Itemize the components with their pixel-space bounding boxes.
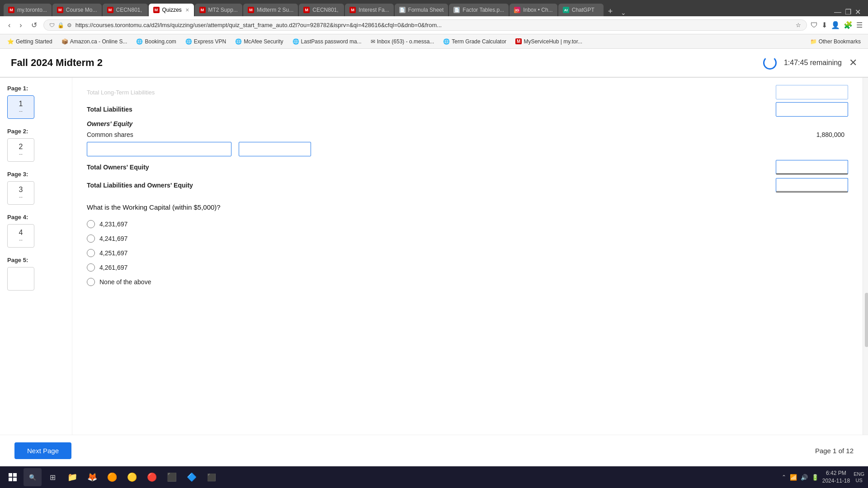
profile-icon[interactable]: 👤 bbox=[831, 21, 840, 29]
forward-button[interactable]: › bbox=[17, 19, 24, 31]
radio-option-4[interactable]: 4,261,697 bbox=[87, 263, 848, 272]
page-nav-label-2: Page 2: bbox=[7, 128, 65, 135]
address-bar-icons: 🛡 🔒 ⚙ bbox=[49, 22, 72, 28]
tab-formula[interactable]: 📄 Formula Sheet bbox=[395, 4, 448, 16]
tab-quizzes[interactable]: M Quizzes × bbox=[149, 4, 194, 16]
tab-my-toronto[interactable]: M my.toronto... bbox=[4, 4, 52, 16]
extensions-icon[interactable]: 🧩 bbox=[844, 21, 853, 29]
system-tray-expand-icon[interactable]: ⌃ bbox=[782, 474, 786, 480]
bs-value-common-shares: 1,880,000 bbox=[776, 131, 848, 138]
quiz-title: Fall 2024 Midterm 2 bbox=[11, 57, 103, 69]
bookmark-myservice[interactable]: M MyServiceHub | my.tor... bbox=[512, 38, 586, 46]
next-page-button[interactable]: Next Page bbox=[14, 442, 71, 459]
radio-option-3[interactable]: 4,251,697 bbox=[87, 249, 848, 257]
task-view-button[interactable]: ⊞ bbox=[43, 468, 61, 486]
vscode-icon: ⬛ bbox=[167, 472, 177, 482]
bookmark-amazon[interactable]: 📦 Amazon.ca - Online S... bbox=[58, 38, 131, 46]
bs-input-total-owners-equity[interactable] bbox=[776, 160, 848, 174]
firefox-button[interactable]: 🦊 bbox=[83, 468, 101, 486]
star-bookmark-icon: ⭐ bbox=[7, 38, 14, 45]
maximize-button[interactable]: ❐ bbox=[845, 8, 851, 16]
bs-input-left-label[interactable] bbox=[87, 142, 231, 156]
bookmark-lastpass[interactable]: 🌐 LastPass password ma... bbox=[289, 38, 365, 46]
inbox-icon: ✉ bbox=[371, 38, 375, 45]
tab-inbox[interactable]: IG Inbox • Ch... bbox=[509, 4, 557, 16]
bookmark-other[interactable]: 📁 Other Bookmarks bbox=[807, 38, 864, 46]
reload-button[interactable]: ↺ bbox=[28, 19, 40, 31]
new-tab-button[interactable]: + bbox=[604, 7, 617, 16]
page-nav-box-4[interactable]: 4 -- bbox=[7, 224, 34, 248]
radio-input-1[interactable] bbox=[87, 220, 95, 228]
radio-options: 4,231,697 4,241,697 4,251,697 4,261,697 bbox=[87, 220, 848, 286]
app-3-button[interactable]: 🔴 bbox=[143, 468, 161, 486]
radio-input-2[interactable] bbox=[87, 235, 95, 243]
bookmark-vpn[interactable]: 🌐 Express VPN bbox=[182, 38, 230, 46]
radio-option-1[interactable]: 4,231,697 bbox=[87, 220, 848, 228]
taskbar-time: 6:42 PM bbox=[822, 469, 850, 477]
shield-nav-icon[interactable]: 🛡 bbox=[811, 21, 818, 29]
taskbar-clock[interactable]: 6:42 PM 2024-11-18 bbox=[822, 469, 850, 485]
app-2-button[interactable]: 🟡 bbox=[123, 468, 141, 486]
tab-cecn801-2[interactable]: M CECN801, bbox=[299, 4, 344, 16]
radio-option-2[interactable]: 4,241,697 bbox=[87, 235, 848, 243]
tab-course-mo[interactable]: M Course Mo... bbox=[52, 4, 102, 16]
volume-icon: 🔊 bbox=[801, 474, 808, 481]
bookmark-booking[interactable]: 🌐 Booking.com bbox=[132, 38, 179, 46]
page-nav-box-5[interactable] bbox=[7, 267, 34, 291]
bs-row-owners-equity-heading: Owners' Equity bbox=[87, 120, 848, 127]
page-nav-number-2: 2 bbox=[19, 143, 23, 151]
tab-interest[interactable]: M Interest Fa... bbox=[345, 4, 393, 16]
tab-midterm2[interactable]: M Midterm 2 Su... bbox=[243, 4, 298, 16]
vscode-button[interactable]: ⬛ bbox=[163, 468, 181, 486]
page-nav-box-2[interactable]: 2 -- bbox=[7, 138, 34, 162]
bs-row-retained-earnings bbox=[87, 142, 848, 156]
calc-icon: 🌐 bbox=[443, 38, 450, 45]
more-tabs-button[interactable]: ⌄ bbox=[617, 9, 630, 16]
star-icon[interactable]: ☆ bbox=[796, 22, 801, 28]
app-1-button[interactable]: 🟠 bbox=[103, 468, 121, 486]
radio-input-4[interactable] bbox=[87, 263, 95, 272]
timer-spinner-icon bbox=[763, 56, 777, 70]
tab-close-icon[interactable]: × bbox=[185, 6, 189, 14]
bs-input-total-liabilities[interactable] bbox=[776, 102, 848, 117]
start-button[interactable] bbox=[4, 468, 22, 486]
page-nav-sub-4: -- bbox=[19, 237, 23, 243]
page-nav-box-3[interactable]: 3 -- bbox=[7, 181, 34, 205]
bs-label-owners-equity: Owners' Equity bbox=[87, 120, 848, 127]
tab-factor[interactable]: 📄 Factor Tables.p... bbox=[449, 4, 509, 16]
back-button[interactable]: ‹ bbox=[5, 19, 13, 31]
radio-option-5[interactable]: None of the above bbox=[87, 278, 848, 286]
menu-icon[interactable]: ☰ bbox=[856, 21, 863, 29]
myservice-icon: M bbox=[515, 38, 522, 44]
tab-cecn801-1[interactable]: M CECN801, bbox=[103, 4, 148, 16]
quiz-header: Fall 2024 Midterm 2 1:47:45 remaining ✕ bbox=[0, 49, 868, 77]
bs-input-total-lt-liabilities[interactable] bbox=[776, 85, 848, 99]
tab-label-11: Inbox • Ch... bbox=[523, 7, 553, 13]
radio-input-3[interactable] bbox=[87, 249, 95, 257]
taskbar-locale: ENG US bbox=[854, 471, 864, 484]
search-taskbar-button[interactable]: 🔍 bbox=[24, 468, 42, 486]
tab-mt2-supp[interactable]: M MT2 Supp... bbox=[195, 4, 242, 16]
address-bar[interactable]: 🛡 🔒 ⚙ https://courses.torontomu.ca/d2l/l… bbox=[43, 19, 807, 31]
page-nav-sub-1: -- bbox=[19, 108, 23, 114]
download-icon[interactable]: ⬇ bbox=[821, 21, 827, 29]
scrollbar-thumb[interactable] bbox=[865, 293, 868, 347]
file-explorer-button[interactable]: 📁 bbox=[63, 468, 81, 486]
quiz-content: Total Long-Term Liabilities Total Liabil… bbox=[72, 78, 863, 435]
terminal-icon: ⬛ bbox=[207, 473, 216, 482]
page-nav-box-1[interactable]: 1 -- bbox=[7, 95, 34, 119]
bookmark-mcafee[interactable]: 🌐 McAfee Security bbox=[231, 38, 287, 46]
notification-area: 📶 🔊 🔋 bbox=[790, 474, 819, 481]
bookmark-grade-calc[interactable]: 🌐 Term Grade Calculator bbox=[439, 38, 510, 46]
bs-input-total-liabilities-equity[interactable] bbox=[776, 178, 848, 192]
bookmark-inbox[interactable]: ✉ Inbox (653) - o.messa... bbox=[367, 38, 438, 46]
quiz-close-button[interactable]: ✕ bbox=[849, 57, 857, 69]
close-window-button[interactable]: ✕ bbox=[855, 8, 861, 16]
minimize-button[interactable]: — bbox=[834, 8, 841, 16]
tab-chatgpt[interactable]: AI ChatGPT bbox=[558, 4, 604, 16]
radio-input-5[interactable] bbox=[87, 278, 95, 286]
terminal-button[interactable]: ⬛ bbox=[203, 468, 221, 486]
vscode-2-button[interactable]: 🔷 bbox=[183, 468, 201, 486]
bs-input-retained-earnings[interactable] bbox=[239, 142, 311, 156]
bookmark-getting-started[interactable]: ⭐ Getting Started bbox=[4, 38, 56, 46]
